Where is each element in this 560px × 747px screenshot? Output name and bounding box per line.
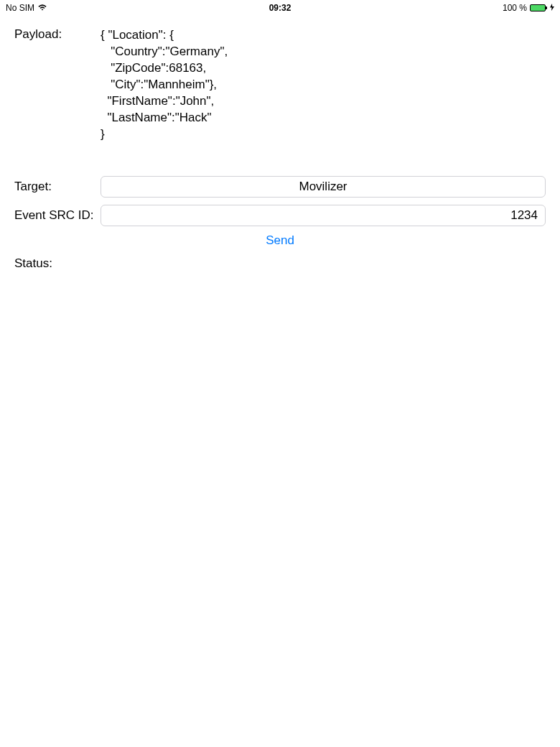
payload-value: { "Location": { "Country":"Germany", "Zi…: [101, 27, 228, 143]
event-src-id-label: Event SRC ID:: [14, 208, 101, 223]
charging-icon: [550, 3, 554, 13]
target-row: Target:: [14, 176, 546, 198]
payload-row: Payload: { "Location": { "Country":"Germ…: [14, 27, 546, 143]
battery-icon: [530, 4, 547, 11]
target-input[interactable]: [101, 176, 546, 198]
status-bar: No SIM 09:32 100 %: [0, 0, 560, 16]
battery-percent: 100 %: [503, 3, 527, 13]
event-src-id-input[interactable]: [101, 205, 546, 226]
target-label: Target:: [14, 180, 101, 194]
send-button[interactable]: Send: [266, 233, 294, 248]
status-bar-time: 09:32: [269, 3, 291, 13]
status-row: Status:: [14, 256, 546, 271]
carrier-text: No SIM: [6, 3, 34, 13]
wifi-icon: [37, 3, 47, 13]
main-content: Payload: { "Location": { "Country":"Germ…: [0, 16, 560, 288]
event-src-id-row: Event SRC ID:: [14, 205, 546, 226]
status-label: Status:: [14, 256, 101, 271]
payload-label: Payload:: [14, 27, 101, 42]
status-bar-right: 100 %: [503, 3, 554, 13]
status-bar-left: No SIM: [6, 3, 47, 13]
